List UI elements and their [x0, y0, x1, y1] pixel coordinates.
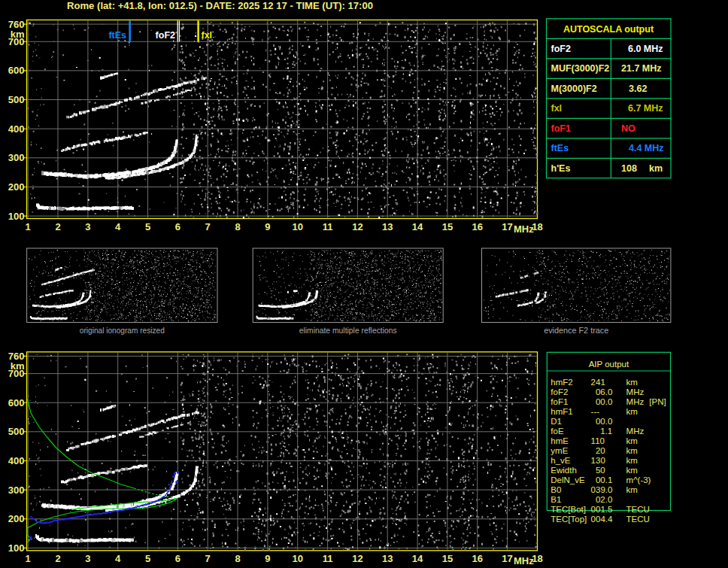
svg-text:eliminate multiple reflections: eliminate multiple reflections [299, 326, 397, 335]
svg-text:ftEs: ftEs [108, 30, 126, 41]
svg-text:8: 8 [235, 221, 240, 232]
svg-text:12: 12 [352, 221, 362, 232]
svg-text:16: 16 [472, 221, 482, 232]
svg-text:001.5: 001.5 [591, 505, 613, 514]
svg-text:---: --- [591, 407, 600, 416]
svg-text:AIP output: AIP output [589, 360, 629, 369]
svg-text:600: 600 [8, 397, 25, 409]
svg-text:00.0: 00.0 [596, 417, 612, 426]
svg-text:foF1: foF1 [551, 123, 571, 134]
svg-text:hmF1: hmF1 [551, 407, 572, 416]
svg-text:21.7 MHz: 21.7 MHz [621, 63, 662, 74]
svg-text:[PN]: [PN] [649, 397, 666, 406]
svg-text:4: 4 [115, 221, 121, 232]
svg-text:9: 9 [265, 553, 270, 564]
svg-text:h'Es: h'Es [551, 163, 571, 174]
svg-text:km: km [626, 446, 638, 455]
svg-text:fxl: fxl [551, 103, 563, 114]
svg-text:7: 7 [205, 553, 211, 564]
svg-text:foF2: foF2 [551, 44, 571, 54]
svg-text:20: 20 [596, 446, 605, 455]
svg-text:108: 108 [621, 163, 637, 174]
svg-text:300: 300 [8, 484, 25, 496]
svg-text:100: 100 [8, 542, 25, 554]
svg-text:7: 7 [205, 221, 211, 232]
svg-text:km: km [626, 456, 638, 465]
svg-text:11: 11 [323, 221, 333, 232]
svg-text:6.0 MHz: 6.0 MHz [628, 44, 663, 54]
svg-text:MHz: MHz [626, 427, 645, 436]
svg-text:600: 600 [8, 65, 25, 76]
svg-text:13: 13 [382, 553, 393, 564]
svg-text:foF2: foF2 [551, 387, 568, 396]
svg-text:200: 200 [8, 513, 25, 524]
svg-text:km: km [626, 466, 638, 475]
svg-text:foF1: foF1 [551, 397, 568, 406]
svg-text:NO: NO [621, 123, 635, 134]
svg-text:06.0: 06.0 [596, 387, 612, 396]
svg-text:MHz: MHz [626, 387, 645, 396]
svg-text:00.0: 00.0 [596, 397, 612, 406]
svg-text:6.7 MHz: 6.7 MHz [628, 103, 663, 114]
svg-text:ftEs: ftEs [551, 143, 569, 153]
svg-text:MHz: MHz [514, 555, 534, 566]
svg-text:16: 16 [472, 553, 482, 564]
svg-text:300: 300 [8, 152, 25, 163]
svg-text:evidence F2 trace: evidence F2 trace [544, 326, 608, 335]
svg-text:039.0: 039.0 [591, 485, 613, 494]
svg-text:5: 5 [145, 553, 150, 564]
svg-text:km: km [11, 29, 25, 40]
svg-text:110: 110 [591, 436, 605, 445]
svg-text:D1: D1 [551, 417, 562, 426]
svg-text:ymE: ymE [551, 446, 568, 455]
svg-text:TECU: TECU [626, 515, 650, 524]
svg-text:130: 130 [591, 456, 605, 465]
svg-text:km: km [11, 360, 25, 372]
svg-text:10: 10 [292, 553, 302, 564]
svg-text:fxl: fxl [202, 30, 213, 41]
svg-text:200: 200 [8, 181, 25, 193]
svg-text:TEC[Bot]: TEC[Bot] [551, 505, 586, 514]
svg-text:14: 14 [412, 553, 423, 564]
svg-text:km: km [626, 436, 638, 445]
svg-text:foE: foE [551, 427, 564, 436]
svg-text:9: 9 [265, 221, 270, 232]
svg-text:02.0: 02.0 [596, 495, 612, 504]
svg-text:17: 17 [502, 221, 512, 232]
svg-text:km: km [649, 163, 663, 174]
svg-text:B0: B0 [551, 485, 561, 494]
svg-text:2: 2 [55, 553, 60, 564]
svg-text:3.62: 3.62 [629, 84, 647, 94]
svg-text:TECU: TECU [626, 505, 650, 514]
svg-text:original ionogram resized: original ionogram resized [80, 326, 165, 335]
svg-text:10: 10 [292, 221, 302, 232]
svg-text:6: 6 [175, 553, 180, 564]
svg-text:4.4 MHz: 4.4 MHz [629, 143, 664, 153]
svg-text:6: 6 [175, 221, 180, 232]
svg-text:50: 50 [596, 466, 605, 475]
svg-text:foF2: foF2 [156, 30, 175, 41]
svg-text:004.4: 004.4 [591, 515, 613, 524]
svg-text:2: 2 [55, 221, 60, 232]
svg-text:13: 13 [382, 221, 393, 232]
svg-text:241: 241 [591, 378, 605, 387]
svg-text:8: 8 [235, 553, 240, 564]
svg-text:B1: B1 [551, 495, 561, 504]
svg-text:M(3000)F2: M(3000)F2 [551, 84, 597, 94]
svg-text:km: km [626, 407, 638, 416]
svg-text:hmF2: hmF2 [551, 378, 572, 387]
svg-text:500: 500 [8, 426, 25, 437]
svg-text:14: 14 [412, 221, 423, 232]
svg-text:h_vE: h_vE [551, 456, 571, 465]
svg-text:400: 400 [8, 123, 25, 135]
svg-text:4: 4 [115, 553, 121, 564]
svg-text:Rome (lat: +41.8, lon: 012.5): Rome (lat: +41.8, lon: 012.5) - DATE: 20… [67, 1, 373, 11]
svg-text:100: 100 [8, 211, 25, 222]
svg-text:500: 500 [8, 94, 25, 105]
svg-text:TEC[Top]: TEC[Top] [551, 515, 587, 524]
svg-text:hmE: hmE [551, 436, 569, 445]
svg-text:3: 3 [85, 553, 90, 564]
svg-text:15: 15 [442, 221, 453, 232]
svg-text:km: km [626, 378, 638, 387]
svg-text:15: 15 [442, 553, 453, 564]
